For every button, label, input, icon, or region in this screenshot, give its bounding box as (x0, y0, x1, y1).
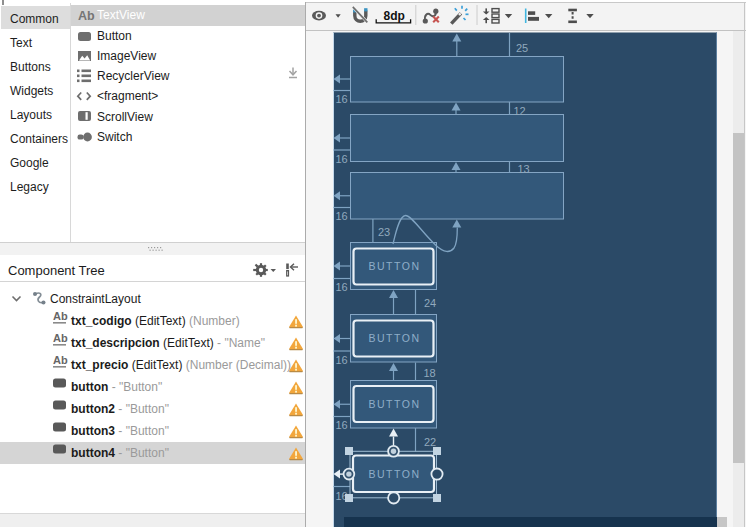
svg-text:Ab: Ab (53, 310, 68, 322)
svg-text:16: 16 (335, 354, 347, 366)
svg-text:12: 12 (513, 105, 525, 117)
svg-text:BUTTON: BUTTON (369, 468, 421, 480)
svg-text:BUTTON: BUTTON (369, 332, 421, 344)
svg-text:16: 16 (335, 93, 347, 105)
svg-text:BUTTON: BUTTON (369, 398, 421, 410)
svg-text:BUTTON: BUTTON (369, 260, 421, 272)
svg-text:Ab: Ab (53, 354, 68, 366)
svg-text:Ab: Ab (53, 332, 68, 344)
svg-text:Ab: Ab (78, 9, 95, 23)
svg-text:16: 16 (335, 419, 347, 431)
svg-text:16: 16 (335, 210, 347, 222)
svg-text:16: 16 (335, 281, 347, 293)
svg-text:23: 23 (378, 226, 390, 238)
svg-text:22: 22 (424, 436, 436, 448)
svg-text:8dp: 8dp (384, 9, 405, 23)
svg-text:24: 24 (424, 297, 436, 309)
svg-text:13: 13 (517, 163, 529, 175)
svg-text:16: 16 (335, 153, 347, 165)
svg-text:25: 25 (516, 42, 528, 54)
svg-text:18: 18 (423, 367, 435, 379)
